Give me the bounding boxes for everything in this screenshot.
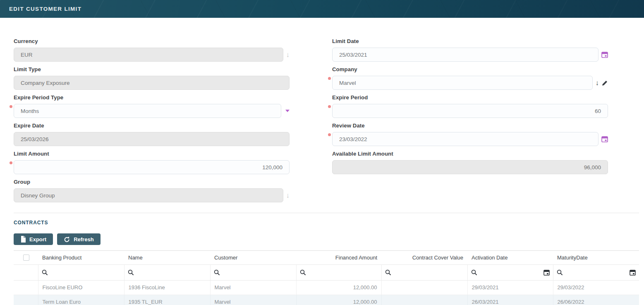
expire-period-type-label: Expire Period Type bbox=[14, 94, 290, 101]
row-select-cell bbox=[14, 295, 38, 305]
cell-maturity-date: 29/03/2022 bbox=[553, 280, 639, 295]
search-icon bbox=[557, 269, 563, 275]
review-date-field: Review Date bbox=[332, 122, 608, 146]
available-limit-amount-input bbox=[332, 160, 608, 174]
expire-period-type-field: Expire Period Type bbox=[14, 94, 290, 118]
column-header-customer[interactable]: Customer bbox=[210, 251, 296, 264]
limit-date-field: Limit Date bbox=[332, 38, 608, 62]
select-all-header-cell bbox=[14, 251, 38, 264]
filter-contract-cover-value-input[interactable] bbox=[393, 269, 464, 276]
refresh-icon bbox=[64, 236, 70, 243]
required-indicator bbox=[328, 105, 331, 108]
limit-type-field: Limit Type bbox=[14, 66, 290, 90]
limit-date-label: Limit Date bbox=[332, 38, 608, 44]
page-title: EDIT CUSTOMER LIMIT bbox=[9, 6, 81, 12]
review-date-input[interactable] bbox=[332, 132, 599, 146]
search-icon bbox=[385, 269, 391, 275]
expire-date-label: Expire Date bbox=[14, 122, 290, 129]
filter-maturity-date-input[interactable] bbox=[565, 269, 627, 276]
search-icon bbox=[471, 269, 477, 275]
column-header-contract-cover-value[interactable]: Contract Cover Value bbox=[381, 251, 467, 264]
cell-contract-cover-value bbox=[381, 295, 467, 305]
limit-date-calendar-icon[interactable] bbox=[601, 51, 608, 58]
select-all-checkbox[interactable] bbox=[23, 255, 29, 261]
limit-amount-field: Limit Amount bbox=[14, 151, 290, 174]
expire-period-input[interactable] bbox=[332, 104, 608, 118]
cell-financed-amount: 12,000.00 bbox=[296, 295, 381, 305]
filter-activation-date-input[interactable] bbox=[479, 269, 541, 276]
table-header-row: Banking Product Name Customer Financed A… bbox=[14, 251, 639, 264]
column-header-name[interactable]: Name bbox=[124, 251, 210, 264]
cell-customer: Marvel bbox=[210, 280, 296, 295]
currency-input bbox=[14, 48, 283, 62]
cell-banking-product: Term Loan Euro bbox=[38, 295, 124, 305]
available-limit-amount-label: Available Limit Amount bbox=[332, 151, 608, 157]
column-header-maturity-date[interactable]: MaturityDate bbox=[553, 251, 639, 264]
search-icon bbox=[42, 269, 48, 275]
export-button[interactable]: Export bbox=[14, 233, 53, 245]
contracts-section-title: CONTRACTS bbox=[14, 220, 639, 226]
limit-type-label: Limit Type bbox=[14, 66, 290, 72]
available-limit-amount-field: Available Limit Amount bbox=[332, 151, 608, 174]
required-indicator bbox=[10, 105, 12, 108]
filter-financed-amount-input[interactable] bbox=[308, 269, 378, 276]
limit-type-input bbox=[14, 76, 290, 90]
expire-period-type-caret-icon[interactable] bbox=[285, 110, 290, 112]
expire-period-label: Expire Period bbox=[332, 94, 608, 101]
company-dropdown-arrow-icon[interactable]: ↓ bbox=[596, 79, 599, 86]
contracts-toolbar: Export Refresh bbox=[14, 233, 639, 245]
required-indicator bbox=[328, 77, 331, 80]
currency-dropdown-arrow-icon: ↓ bbox=[286, 51, 290, 58]
limit-amount-label: Limit Amount bbox=[14, 151, 290, 157]
export-button-label: Export bbox=[29, 236, 46, 243]
table-filter-row bbox=[14, 264, 639, 280]
cell-activation-date: 29/03/2021 bbox=[467, 280, 553, 295]
review-date-calendar-icon[interactable] bbox=[601, 136, 608, 142]
export-icon bbox=[20, 236, 26, 243]
limit-amount-input[interactable] bbox=[14, 160, 290, 174]
column-header-financed-amount[interactable]: Financed Amount bbox=[296, 251, 381, 264]
search-icon bbox=[128, 269, 134, 275]
customer-limit-form: Currency ↓ Limit Date Limit Type bbox=[14, 38, 639, 202]
required-indicator bbox=[10, 161, 12, 164]
main-content: Currency ↓ Limit Date Limit Type bbox=[0, 18, 644, 305]
search-icon bbox=[214, 269, 220, 275]
app-header: EDIT CUSTOMER LIMIT bbox=[0, 0, 644, 18]
table-row[interactable]: FiscoLine EURO 1936 FiscoLine Marvel 12,… bbox=[14, 280, 639, 295]
activation-date-filter-calendar-icon[interactable] bbox=[543, 269, 550, 276]
cell-banking-product: FiscoLine EURO bbox=[38, 280, 124, 295]
column-header-banking-product[interactable]: Banking Product bbox=[38, 251, 124, 264]
refresh-button-label: Refresh bbox=[74, 236, 93, 243]
cell-name: 1936 FiscoLine bbox=[124, 280, 210, 295]
required-indicator bbox=[328, 133, 331, 136]
company-edit-pencil-icon[interactable] bbox=[602, 80, 608, 86]
expire-period-type-input[interactable] bbox=[14, 104, 281, 118]
section-divider bbox=[14, 213, 639, 213]
cell-name: 1935 TL_EUR bbox=[124, 295, 210, 305]
company-field: Company ↓ bbox=[332, 66, 608, 90]
limit-date-input[interactable] bbox=[332, 48, 599, 62]
filter-customer-input[interactable] bbox=[222, 269, 293, 276]
filter-name-input[interactable] bbox=[136, 269, 207, 276]
expire-date-input bbox=[14, 132, 290, 146]
currency-field: Currency ↓ bbox=[14, 38, 290, 62]
cell-maturity-date: 26/06/2022 bbox=[553, 295, 639, 305]
cell-contract-cover-value bbox=[381, 280, 467, 295]
row-select-cell bbox=[14, 280, 38, 295]
contracts-table: Banking Product Name Customer Financed A… bbox=[14, 250, 639, 305]
cell-financed-amount: 12,000.00 bbox=[296, 280, 381, 295]
expire-period-field: Expire Period bbox=[332, 94, 608, 118]
filter-banking-product-input[interactable] bbox=[50, 269, 121, 276]
company-input[interactable] bbox=[332, 76, 593, 90]
currency-label: Currency bbox=[14, 38, 290, 44]
group-field: Group ↓ bbox=[14, 179, 290, 202]
table-row[interactable]: Term Loan Euro 1935 TL_EUR Marvel 12,000… bbox=[14, 295, 639, 305]
cell-customer: Marvel bbox=[210, 295, 296, 305]
refresh-button[interactable]: Refresh bbox=[57, 233, 100, 245]
column-header-activation-date[interactable]: Activation Date bbox=[467, 251, 553, 264]
review-date-label: Review Date bbox=[332, 122, 608, 129]
expire-date-field: Expire Date bbox=[14, 122, 290, 146]
group-dropdown-arrow-icon: ↓ bbox=[286, 192, 290, 199]
search-icon bbox=[300, 269, 306, 275]
maturity-date-filter-calendar-icon[interactable] bbox=[630, 269, 636, 276]
